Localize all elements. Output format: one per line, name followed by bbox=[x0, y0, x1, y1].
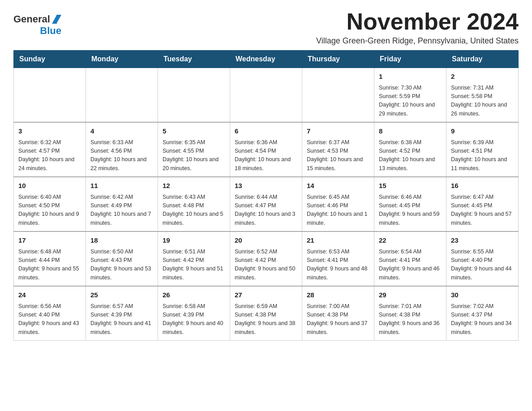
day-info: Sunrise: 6:37 AM Sunset: 4:53 PM Dayligh… bbox=[307, 138, 369, 173]
day-info: Sunrise: 6:50 AM Sunset: 4:43 PM Dayligh… bbox=[90, 248, 153, 283]
day-info: Sunrise: 6:47 AM Sunset: 4:45 PM Dayligh… bbox=[451, 193, 514, 228]
day-info: Sunrise: 6:58 AM Sunset: 4:39 PM Dayligh… bbox=[163, 302, 225, 337]
day-number: 23 bbox=[451, 235, 514, 246]
calendar-cell: 8Sunrise: 6:38 AM Sunset: 4:52 PM Daylig… bbox=[374, 122, 446, 177]
day-info: Sunrise: 6:54 AM Sunset: 4:41 PM Dayligh… bbox=[379, 248, 442, 283]
calendar-cell: 18Sunrise: 6:50 AM Sunset: 4:43 PM Dayli… bbox=[86, 231, 158, 286]
day-info: Sunrise: 7:02 AM Sunset: 4:37 PM Dayligh… bbox=[451, 302, 514, 337]
col-tuesday: Tuesday bbox=[158, 51, 230, 68]
day-number: 5 bbox=[163, 126, 225, 137]
calendar-cell: 6Sunrise: 6:36 AM Sunset: 4:54 PM Daylig… bbox=[230, 122, 302, 177]
day-number: 16 bbox=[451, 181, 514, 191]
day-info: Sunrise: 7:00 AM Sunset: 4:38 PM Dayligh… bbox=[307, 302, 369, 337]
day-info: Sunrise: 6:43 AM Sunset: 4:48 PM Dayligh… bbox=[163, 193, 225, 228]
day-info: Sunrise: 7:01 AM Sunset: 4:38 PM Dayligh… bbox=[379, 302, 442, 337]
calendar-cell bbox=[230, 68, 302, 123]
calendar-cell bbox=[302, 68, 374, 123]
day-info: Sunrise: 6:33 AM Sunset: 4:56 PM Dayligh… bbox=[90, 138, 153, 173]
col-friday: Friday bbox=[374, 51, 446, 68]
calendar-cell: 20Sunrise: 6:52 AM Sunset: 4:42 PM Dayli… bbox=[230, 231, 302, 286]
day-info: Sunrise: 6:51 AM Sunset: 4:42 PM Dayligh… bbox=[163, 248, 225, 283]
day-number: 2 bbox=[451, 72, 514, 82]
calendar-cell: 10Sunrise: 6:40 AM Sunset: 4:50 PM Dayli… bbox=[14, 177, 86, 231]
day-info: Sunrise: 6:45 AM Sunset: 4:46 PM Dayligh… bbox=[307, 193, 369, 228]
calendar-cell: 24Sunrise: 6:56 AM Sunset: 4:40 PM Dayli… bbox=[14, 286, 86, 341]
calendar-cell: 3Sunrise: 6:32 AM Sunset: 4:57 PM Daylig… bbox=[14, 122, 86, 177]
calendar-cell bbox=[14, 68, 86, 123]
col-thursday: Thursday bbox=[302, 51, 374, 68]
calendar-cell: 12Sunrise: 6:43 AM Sunset: 4:48 PM Dayli… bbox=[158, 177, 230, 231]
title-area: November 2024 Village Green-Green Ridge,… bbox=[316, 9, 519, 46]
day-number: 15 bbox=[379, 181, 442, 191]
logo: General Blue bbox=[13, 13, 61, 37]
day-info: Sunrise: 6:38 AM Sunset: 4:52 PM Dayligh… bbox=[379, 138, 442, 173]
day-number: 27 bbox=[235, 290, 297, 300]
day-info: Sunrise: 7:30 AM Sunset: 5:59 PM Dayligh… bbox=[379, 84, 442, 119]
calendar-row-0: 1Sunrise: 7:30 AM Sunset: 5:59 PM Daylig… bbox=[14, 68, 519, 123]
day-info: Sunrise: 6:59 AM Sunset: 4:38 PM Dayligh… bbox=[235, 302, 297, 337]
logo-blue-text: Blue bbox=[40, 25, 61, 37]
calendar-cell: 7Sunrise: 6:37 AM Sunset: 4:53 PM Daylig… bbox=[302, 122, 374, 177]
col-monday: Monday bbox=[86, 51, 158, 68]
calendar-row-2: 10Sunrise: 6:40 AM Sunset: 4:50 PM Dayli… bbox=[14, 177, 519, 231]
day-number: 13 bbox=[235, 181, 297, 191]
calendar-cell: 22Sunrise: 6:54 AM Sunset: 4:41 PM Dayli… bbox=[374, 231, 446, 286]
day-info: Sunrise: 6:42 AM Sunset: 4:49 PM Dayligh… bbox=[90, 193, 153, 228]
calendar-cell: 15Sunrise: 6:46 AM Sunset: 4:45 PM Dayli… bbox=[374, 177, 446, 231]
calendar-cell: 25Sunrise: 6:57 AM Sunset: 4:39 PM Dayli… bbox=[86, 286, 158, 341]
calendar-cell: 26Sunrise: 6:58 AM Sunset: 4:39 PM Dayli… bbox=[158, 286, 230, 341]
calendar-header-row: Sunday Monday Tuesday Wednesday Thursday… bbox=[14, 51, 519, 68]
day-number: 26 bbox=[163, 290, 225, 300]
calendar-row-1: 3Sunrise: 6:32 AM Sunset: 4:57 PM Daylig… bbox=[14, 122, 519, 177]
calendar-cell: 14Sunrise: 6:45 AM Sunset: 4:46 PM Dayli… bbox=[302, 177, 374, 231]
day-number: 12 bbox=[163, 181, 225, 191]
calendar-row-3: 17Sunrise: 6:48 AM Sunset: 4:44 PM Dayli… bbox=[14, 231, 519, 286]
day-number: 20 bbox=[235, 235, 297, 246]
day-number: 21 bbox=[307, 235, 369, 246]
day-info: Sunrise: 6:55 AM Sunset: 4:40 PM Dayligh… bbox=[451, 248, 514, 283]
month-title: November 2024 bbox=[316, 9, 519, 34]
logo-general-text: General bbox=[13, 13, 50, 25]
day-number: 4 bbox=[90, 126, 153, 137]
day-number: 19 bbox=[163, 235, 225, 246]
day-info: Sunrise: 6:36 AM Sunset: 4:54 PM Dayligh… bbox=[235, 138, 297, 173]
day-info: Sunrise: 6:39 AM Sunset: 4:51 PM Dayligh… bbox=[451, 138, 514, 173]
calendar-cell: 5Sunrise: 6:35 AM Sunset: 4:55 PM Daylig… bbox=[158, 122, 230, 177]
calendar-cell: 4Sunrise: 6:33 AM Sunset: 4:56 PM Daylig… bbox=[86, 122, 158, 177]
calendar-cell: 28Sunrise: 7:00 AM Sunset: 4:38 PM Dayli… bbox=[302, 286, 374, 341]
day-info: Sunrise: 6:56 AM Sunset: 4:40 PM Dayligh… bbox=[18, 302, 81, 337]
day-number: 1 bbox=[379, 72, 442, 82]
day-number: 14 bbox=[307, 181, 369, 191]
day-number: 18 bbox=[90, 235, 153, 246]
day-number: 22 bbox=[379, 235, 442, 246]
location-subtitle: Village Green-Green Ridge, Pennsylvania,… bbox=[316, 36, 519, 46]
day-info: Sunrise: 6:32 AM Sunset: 4:57 PM Dayligh… bbox=[18, 138, 81, 173]
calendar-cell: 23Sunrise: 6:55 AM Sunset: 4:40 PM Dayli… bbox=[446, 231, 519, 286]
day-number: 3 bbox=[18, 126, 81, 137]
calendar-cell bbox=[158, 68, 230, 123]
calendar-cell: 11Sunrise: 6:42 AM Sunset: 4:49 PM Dayli… bbox=[86, 177, 158, 231]
calendar-cell bbox=[86, 68, 158, 123]
day-number: 17 bbox=[18, 235, 81, 246]
day-info: Sunrise: 6:57 AM Sunset: 4:39 PM Dayligh… bbox=[90, 302, 153, 337]
day-number: 30 bbox=[451, 290, 514, 300]
col-wednesday: Wednesday bbox=[230, 51, 302, 68]
day-number: 8 bbox=[379, 126, 442, 137]
day-number: 10 bbox=[18, 181, 81, 191]
day-info: Sunrise: 6:52 AM Sunset: 4:42 PM Dayligh… bbox=[235, 248, 297, 283]
col-sunday: Sunday bbox=[14, 51, 86, 68]
calendar-cell: 19Sunrise: 6:51 AM Sunset: 4:42 PM Dayli… bbox=[158, 231, 230, 286]
day-number: 7 bbox=[307, 126, 369, 137]
calendar-cell: 17Sunrise: 6:48 AM Sunset: 4:44 PM Dayli… bbox=[14, 231, 86, 286]
day-info: Sunrise: 6:44 AM Sunset: 4:47 PM Dayligh… bbox=[235, 193, 297, 228]
calendar-cell: 30Sunrise: 7:02 AM Sunset: 4:37 PM Dayli… bbox=[446, 286, 519, 341]
day-number: 28 bbox=[307, 290, 369, 300]
day-info: Sunrise: 6:53 AM Sunset: 4:41 PM Dayligh… bbox=[307, 248, 369, 283]
day-info: Sunrise: 6:40 AM Sunset: 4:50 PM Dayligh… bbox=[18, 193, 81, 228]
logo-triangle-left bbox=[56, 15, 61, 24]
page-header: General Blue November 2024 Village Green… bbox=[13, 9, 519, 46]
calendar-cell: 29Sunrise: 7:01 AM Sunset: 4:38 PM Dayli… bbox=[374, 286, 446, 341]
day-number: 6 bbox=[235, 126, 297, 137]
calendar-cell: 21Sunrise: 6:53 AM Sunset: 4:41 PM Dayli… bbox=[302, 231, 374, 286]
day-info: Sunrise: 6:46 AM Sunset: 4:45 PM Dayligh… bbox=[379, 193, 442, 228]
